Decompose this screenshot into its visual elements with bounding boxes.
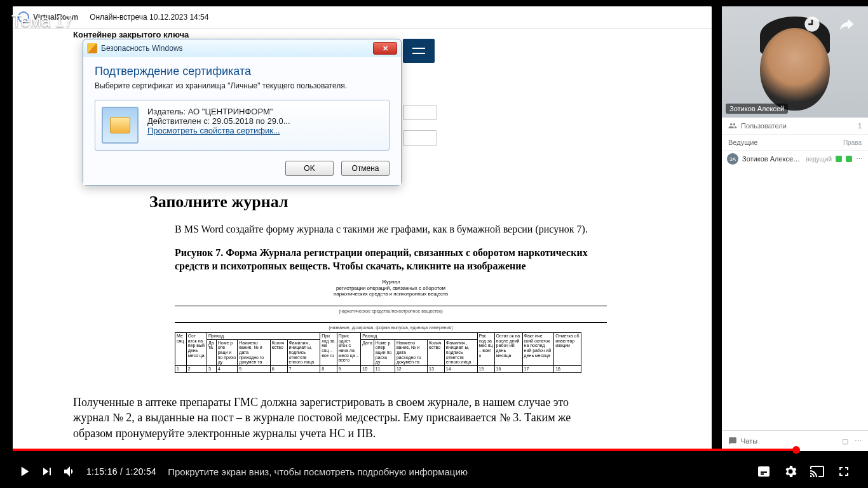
close-icon[interactable]: ⋯ — [855, 437, 862, 445]
fullscreen-button[interactable] — [832, 460, 855, 483]
user-row[interactable]: ЗА Зотиков Алексей Георги... ведущий ⋯ — [722, 151, 868, 167]
more-icon[interactable]: ⋯ — [856, 155, 863, 163]
users-section-header[interactable]: Пользователи 1 — [722, 118, 868, 135]
document-area: Контейнер закрытого ключа Безопасность W… — [13, 29, 712, 451]
windows-security-dialog: Безопасность Windows ✕ Подтверждение сер… — [83, 39, 402, 186]
cert-issuer: Издатель: АО "ЦЕНТРИНФОРМ" — [147, 107, 290, 116]
dialog-heading: Подтверждение сертификата — [95, 65, 390, 78]
time-total: 1:20:54 — [125, 466, 156, 477]
users-count: 1 — [858, 122, 862, 130]
doc-paragraph-2: Полученные в аптеке препараты ГМС должна… — [73, 395, 594, 441]
meeting-title: Онлайн-встреча 10.12.2023 14:54 — [90, 13, 208, 22]
journal-title-line: регистрации операций, связанных с оборот… — [175, 285, 607, 291]
progress-played — [13, 449, 796, 451]
certificate-item[interactable]: Издатель: АО "ЦЕНТРИНФОРМ" Действителен … — [95, 100, 390, 151]
settings-button[interactable] — [779, 460, 802, 483]
cert-validity: Действителен с: 29.05.2018 по 29.0... — [147, 116, 290, 126]
expand-icon[interactable]: ▢ — [842, 437, 848, 445]
doc-paragraph: В MS Word создайте форму журнала с таким… — [149, 223, 607, 236]
cast-button[interactable] — [806, 460, 829, 483]
figure-caption: Рисунок 7. Форма Журнала регистрации опе… — [149, 247, 607, 273]
background-field — [403, 105, 437, 120]
mic-icon[interactable] — [836, 156, 842, 162]
shield-icon — [87, 43, 97, 53]
avatar: ЗА — [727, 153, 738, 165]
hosts-label: Ведущие — [728, 139, 757, 146]
dialog-title: Безопасность Windows — [101, 44, 183, 53]
journal-caption: (название, дозировка, форма выпуска, еди… — [175, 325, 607, 330]
time-display: 1:15:16 / 1:20:54 — [86, 466, 156, 477]
user-role: ведущий — [806, 156, 832, 163]
rights-label: Права — [843, 139, 862, 146]
camera-name-badge: Зотиков Алексей — [726, 104, 788, 114]
doc-section-heading: Контейнер закрытого ключа — [73, 30, 189, 39]
journal-caption: (наркотическое средство/психотропное вещ… — [175, 309, 607, 313]
journal-title-line: Журнал — [175, 279, 607, 285]
time-current: 1:15:16 — [86, 466, 118, 477]
dialog-titlebar: Безопасность Windows ✕ — [83, 39, 401, 57]
user-name: Зотиков Алексей Георги... — [742, 155, 802, 163]
player-controls: 1:15:16 / 1:20:54 Прокрутите экран вниз,… — [0, 455, 868, 488]
cancel-button[interactable]: Отмена — [341, 161, 390, 176]
hosts-section-header: Ведущие Права — [722, 135, 868, 151]
captions-button[interactable] — [752, 460, 775, 483]
app-name: VirtualRoom — [33, 13, 78, 22]
virtualroom-titlebar: VirtualRoom Онлайн-встреча 10.12.2023 14… — [13, 6, 712, 29]
ok-button[interactable]: OK — [285, 161, 334, 176]
journal-title-line: наркотических средств и психотропных вещ… — [175, 291, 607, 297]
background-field — [403, 130, 437, 146]
camera-icon[interactable] — [846, 156, 852, 162]
chat-label: Чаты — [741, 437, 757, 445]
share-button[interactable] — [835, 13, 858, 36]
info-hint: Прокрутите экран вниз, чтобы посмотреть … — [168, 466, 752, 477]
video-player[interactable]: VirtualRoom Онлайн-встреча 10.12.2023 14… — [0, 0, 868, 488]
virtualroom-logo-icon — [18, 11, 29, 23]
watch-later-button[interactable] — [801, 13, 824, 36]
dialog-close-button[interactable]: ✕ — [373, 42, 397, 55]
overlay-actions — [801, 13, 858, 36]
doc-title: Заполните журнал — [149, 193, 607, 212]
progress-thumb[interactable] — [792, 446, 800, 454]
certificate-icon — [102, 107, 139, 144]
play-button[interactable] — [13, 460, 36, 483]
header-emblem — [403, 39, 435, 63]
journal-table: Ме сяц Ост аток на пер вый день меся ца … — [175, 332, 581, 373]
next-button[interactable] — [36, 460, 58, 483]
users-label: Пользователи — [741, 122, 787, 130]
chat-icon — [728, 437, 737, 445]
people-icon — [728, 121, 737, 130]
participants-panel: Зотиков Алексей Пользователи 1 Ведущие П… — [722, 6, 868, 451]
volume-button[interactable] — [58, 460, 81, 483]
journal-sample[interactable]: Журнал регистрации операций, связанных с… — [149, 279, 607, 372]
dialog-subtext: Выберите сертификат из хранилища "Личные… — [95, 81, 390, 91]
shared-screen: VirtualRoom Онлайн-встреча 10.12.2023 14… — [13, 6, 712, 451]
progress-bar[interactable] — [13, 449, 855, 451]
cert-properties-link[interactable]: Просмотреть свойства сертифик... — [147, 126, 290, 135]
